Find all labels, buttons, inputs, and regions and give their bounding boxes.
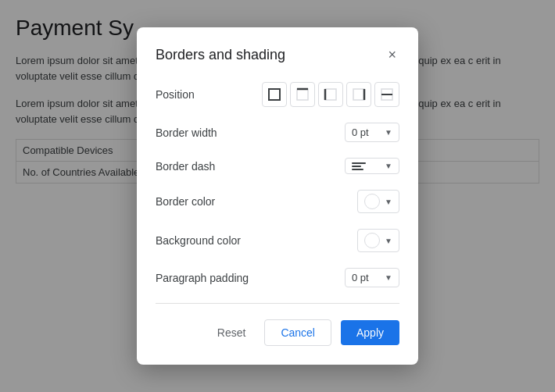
chevron-down-icon: ▼	[385, 198, 392, 206]
border-dash-label: Border dash	[156, 160, 215, 173]
dialog-divider	[156, 303, 399, 304]
border-width-value: 0 pt	[352, 127, 369, 138]
svg-rect-5	[353, 89, 364, 100]
position-left-button[interactable]	[318, 82, 343, 107]
position-between-button[interactable]	[374, 82, 399, 107]
background-color-swatch	[364, 233, 380, 248]
border-dash-dropdown[interactable]: ▼	[345, 158, 399, 174]
svg-rect-1	[297, 89, 308, 100]
chevron-down-icon: ▼	[385, 128, 392, 137]
apply-button[interactable]: Apply	[341, 320, 399, 345]
position-box-button[interactable]	[262, 82, 287, 107]
position-row: Position	[156, 82, 399, 107]
close-button[interactable]: ×	[385, 46, 399, 63]
background-color-row: Background color ▼	[156, 229, 399, 252]
background-color-label: Background color	[156, 234, 241, 247]
border-width-row: Border width 0 pt ▼	[156, 123, 399, 142]
position-group	[262, 82, 399, 107]
paragraph-padding-label: Paragraph padding	[156, 272, 249, 284]
position-top-button[interactable]	[290, 82, 315, 107]
dialog-header: Borders and shading ×	[156, 46, 399, 63]
svg-rect-3	[325, 89, 336, 100]
border-width-label: Border width	[156, 127, 217, 139]
border-color-dropdown[interactable]: ▼	[357, 190, 399, 213]
svg-rect-0	[269, 89, 280, 100]
border-color-row: Border color ▼	[156, 190, 399, 213]
reset-button[interactable]: Reset	[208, 320, 256, 345]
border-color-label: Border color	[156, 195, 215, 208]
dialog-footer: Reset Cancel Apply	[156, 319, 399, 346]
borders-shading-dialog: Borders and shading × Position	[137, 27, 418, 365]
paragraph-padding-value: 0 pt	[352, 272, 369, 283]
paragraph-padding-row: Paragraph padding 0 pt ▼	[156, 268, 399, 287]
paragraph-padding-dropdown[interactable]: 0 pt ▼	[345, 268, 399, 287]
chevron-down-icon: ▼	[385, 273, 392, 282]
background-color-dropdown[interactable]: ▼	[357, 229, 399, 252]
position-right-button[interactable]	[346, 82, 371, 107]
chevron-down-icon: ▼	[385, 237, 392, 245]
modal-overlay: Borders and shading × Position	[0, 0, 555, 392]
position-label: Position	[156, 88, 195, 101]
border-dash-row: Border dash ▼	[156, 158, 399, 174]
dash-pattern-icon	[352, 162, 366, 170]
chevron-down-icon: ▼	[385, 162, 392, 170]
cancel-button[interactable]: Cancel	[264, 319, 331, 346]
dialog-title: Borders and shading	[156, 47, 285, 63]
border-color-swatch	[364, 194, 380, 209]
border-width-dropdown[interactable]: 0 pt ▼	[345, 123, 399, 142]
